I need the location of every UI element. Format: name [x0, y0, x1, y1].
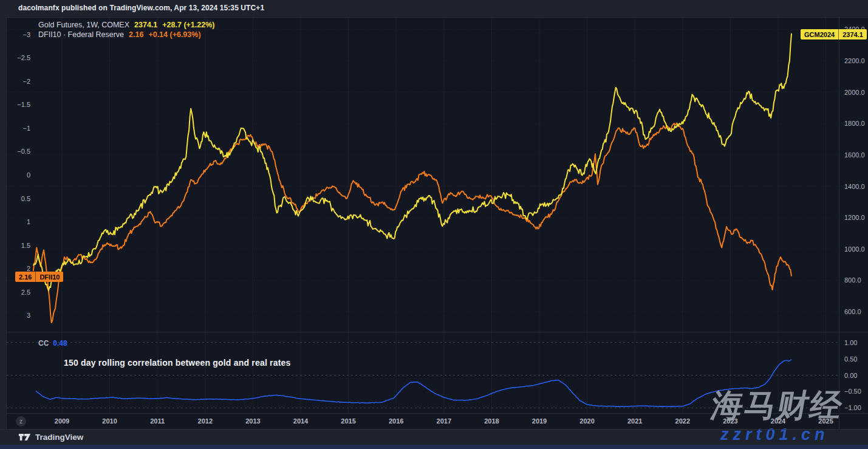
dfii10-series-line[interactable] [33, 123, 791, 323]
dfii10-symbol-tag-label: DFII10 [35, 272, 63, 282]
right-axis-label: 1400.0 [844, 183, 865, 190]
pane-splitter[interactable] [6, 332, 868, 332]
time-axis-year-label: 2021 [627, 417, 642, 425]
time-axis-year-label: 2018 [484, 417, 499, 425]
time-axis-year-label: 2010 [102, 417, 117, 425]
timezone-button-label: z [19, 418, 22, 425]
time-axis-year-label: 2017 [437, 417, 451, 425]
left-axis-label: 1.5 [6, 242, 30, 249]
right-axis-label: 600.0 [844, 308, 861, 315]
right-axis-label: 800.0 [844, 276, 861, 284]
chart-annotation-text: 150 day rolling correlation between gold… [64, 358, 291, 368]
sub-axis-label: 0.50 [844, 355, 857, 363]
left-axis-label: −0.5 [6, 148, 30, 155]
left-axis-label: 0 [6, 171, 30, 179]
legend-gold-change: +28.7 (+1.22%) [162, 21, 214, 29]
correlation-legend[interactable]: CC0.48 [38, 339, 67, 348]
legend-dfii10-change: +0.14 (+6.93%) [148, 30, 200, 39]
legend-row-gold[interactable]: Gold Futures, 1W, COMEX 2374.1 +28.7 (+1… [38, 21, 214, 29]
right-axis-label: 1600.0 [844, 151, 865, 159]
tradingview-logo-icon[interactable] [18, 433, 32, 442]
right-axis-label: 1200.0 [844, 214, 865, 221]
left-axis-label: −2.5 [6, 54, 30, 61]
left-axis-label: −1 [6, 125, 30, 132]
watermark-chinese-text: 海马财经 [709, 388, 868, 423]
footer-bar: TradingView [0, 430, 868, 445]
legend-dfii10-value: 2.16 [129, 30, 143, 39]
correlation-legend-value: 0.48 [53, 339, 67, 348]
time-axis-year-label: 2020 [579, 417, 594, 425]
time-axis-year-label: 2012 [198, 417, 213, 425]
time-axis-year-label: 2022 [675, 417, 690, 425]
timezone-button[interactable]: z [16, 416, 26, 427]
tradingview-brand-text[interactable]: TradingView [35, 433, 83, 442]
legend-dfii10-title: DFII10 · Federal Reserve [38, 30, 124, 39]
time-axis-year-label: 2019 [532, 417, 547, 425]
right-axis-label: 2000.0 [844, 89, 865, 96]
gold-symbol-tag-label: GCM2024 [801, 29, 838, 39]
dfii10-value-tag-label: 2.16 [15, 272, 35, 282]
time-axis-year-label: 2011 [150, 417, 165, 425]
pane-top-border [6, 17, 868, 18]
time-axis-year-label: 2016 [389, 417, 403, 425]
bottom-accent-bar [0, 445, 868, 449]
time-axis-year-label: 2015 [341, 417, 355, 425]
time-axis-year-label: 2013 [245, 417, 260, 425]
dfii10-price-tag: 2.16 DFII10 [15, 272, 63, 282]
left-axis-label: −3 [6, 31, 30, 38]
left-axis-label: −2 [6, 78, 30, 85]
correlation-legend-label: CC [38, 339, 49, 348]
time-axis-year-label: 2014 [293, 417, 308, 425]
left-axis-label: 1 [6, 218, 30, 225]
sub-axis-label: 0.00 [844, 372, 857, 379]
legend-gold-value: 2374.1 [134, 21, 157, 29]
price-scale-border [839, 17, 839, 429]
left-axis-label: 0.5 [6, 195, 30, 202]
tradingview-snapshot: dacolmanfx published on TradingView.com,… [0, 0, 868, 449]
left-axis-label: 2.5 [6, 289, 30, 296]
left-axis-label: −1.5 [6, 101, 30, 108]
time-axis-year-label: 2009 [55, 417, 69, 425]
right-axis-label: 1000.0 [844, 245, 865, 253]
chart-canvas[interactable] [0, 0, 868, 449]
right-axis-label: 1800.0 [844, 120, 865, 127]
gold-price-tag-label: 2374.1 [838, 29, 867, 39]
right-axis-label: 2200.0 [844, 57, 865, 64]
legend-row-dfii10[interactable]: DFII10 · Federal Reserve 2.16 +0.14 (+6.… [38, 30, 201, 39]
legend-gold-title: Gold Futures, 1W, COMEX [38, 21, 129, 29]
left-axis-label: 3 [6, 312, 30, 319]
sub-axis-label: 1.00 [844, 339, 857, 346]
gold-price-tag: GCM2024 2374.1 [801, 29, 867, 39]
gold-series-line[interactable] [33, 33, 791, 290]
